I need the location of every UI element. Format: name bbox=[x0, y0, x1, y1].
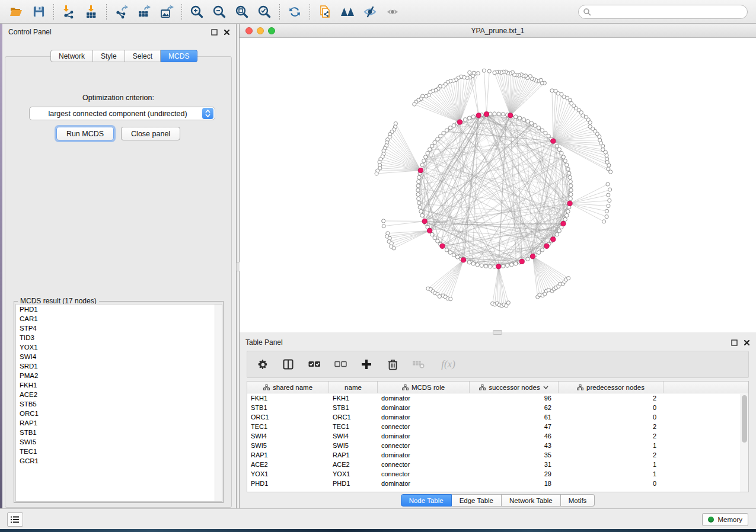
node-table[interactable]: shared namenameMCDS rolesuccessor nodesp… bbox=[247, 381, 749, 492]
memory-label: Memory bbox=[717, 516, 742, 523]
table-cell: 47 bbox=[470, 422, 559, 431]
table-row[interactable]: TEC1TEC1connector472 bbox=[247, 422, 748, 431]
mcds-result-item[interactable]: STP4 bbox=[16, 323, 222, 333]
select-all-button[interactable] bbox=[308, 358, 321, 371]
mcds-result-item[interactable]: STB1 bbox=[16, 428, 222, 437]
column-header-shared-name[interactable]: shared name bbox=[247, 382, 329, 393]
table-row[interactable]: FKH1FKH1dominator962 bbox=[247, 393, 748, 403]
tab-network-table[interactable]: Network Table bbox=[502, 494, 561, 507]
mcds-result-item[interactable]: SWI4 bbox=[16, 352, 222, 361]
tab-network[interactable]: Network bbox=[50, 50, 93, 62]
tab-select[interactable]: Select bbox=[125, 50, 161, 62]
mcds-result-item[interactable]: SWI5 bbox=[16, 437, 222, 447]
float-panel-icon[interactable] bbox=[211, 29, 218, 36]
run-mcds-button[interactable]: Run MCDS bbox=[56, 127, 114, 140]
tab-motifs[interactable]: Motifs bbox=[561, 494, 595, 507]
task-history-button[interactable] bbox=[7, 512, 23, 527]
tab-style[interactable]: Style bbox=[93, 50, 125, 62]
table-cell: 35 bbox=[470, 450, 559, 460]
mcds-result-list[interactable]: PHD1CAR1STP4TID3YOX1SWI4SRD1PMA2FKH1ACE2… bbox=[15, 304, 222, 502]
control-panel-body: NetworkStyleSelectMCDS Optimization crit… bbox=[5, 56, 232, 508]
mcds-result-item[interactable]: STB5 bbox=[16, 399, 222, 409]
import-table-button[interactable] bbox=[80, 2, 103, 22]
refresh-layout-button[interactable] bbox=[283, 2, 306, 22]
mcds-result-item[interactable]: PMA2 bbox=[16, 371, 222, 380]
table-cell: 31 bbox=[470, 460, 559, 469]
table-panel-titlebar: Table Panel bbox=[240, 335, 756, 350]
open-folder-icon bbox=[9, 5, 23, 18]
mcds-result-item[interactable]: ACE2 bbox=[16, 390, 222, 399]
tab-node-table[interactable]: Node Table bbox=[401, 494, 452, 507]
table-cell: 2 bbox=[559, 431, 664, 441]
plus-icon bbox=[361, 359, 372, 370]
tab-mcds[interactable]: MCDS bbox=[161, 50, 197, 62]
show-columns-button[interactable] bbox=[282, 358, 295, 371]
table-cell: connector bbox=[378, 460, 470, 469]
table-cell: 2 bbox=[559, 393, 664, 403]
close-panel-button[interactable]: Close panel bbox=[121, 127, 180, 140]
function-builder-button: f(x) bbox=[438, 358, 458, 371]
horizontal-splitter-grip[interactable] bbox=[493, 330, 502, 335]
column-header-MCDS-role[interactable]: MCDS role bbox=[378, 382, 470, 393]
table-scrollbar-thumb[interactable] bbox=[742, 395, 747, 443]
memory-button[interactable]: Memory bbox=[702, 513, 748, 526]
close-panel-icon[interactable] bbox=[224, 29, 230, 36]
mcds-result-item[interactable]: ORC1 bbox=[16, 409, 222, 418]
mcds-result-item[interactable]: YOX1 bbox=[16, 342, 222, 352]
table-row[interactable]: SWI5SWI5connector431 bbox=[247, 441, 748, 450]
hide-selected-button[interactable] bbox=[359, 2, 381, 22]
mcds-result-item[interactable]: GCR1 bbox=[16, 456, 222, 466]
first-neighbors-button[interactable] bbox=[336, 2, 359, 22]
table-row[interactable]: PHD1PHD1dominator180 bbox=[247, 479, 748, 488]
clone-network-button[interactable] bbox=[314, 2, 336, 22]
zoom-out-button[interactable] bbox=[208, 2, 231, 22]
delete-column-button[interactable] bbox=[386, 358, 399, 371]
open-session-button[interactable] bbox=[5, 2, 27, 22]
mcds-result-item[interactable]: TID3 bbox=[16, 333, 222, 342]
mcds-result-item[interactable]: RAP1 bbox=[16, 418, 222, 428]
tab-edge-table[interactable]: Edge Table bbox=[452, 494, 502, 507]
show-all-button[interactable] bbox=[381, 2, 404, 22]
table-row[interactable]: RAP1RAP1dominator352 bbox=[247, 450, 748, 460]
export-table-button[interactable] bbox=[133, 2, 155, 22]
column-header-predecessor-nodes[interactable]: predecessor nodes bbox=[559, 382, 664, 393]
close-panel-icon[interactable] bbox=[744, 339, 750, 346]
table-row[interactable]: ACE2ACE2connector311 bbox=[247, 460, 748, 469]
table-settings-button[interactable] bbox=[256, 358, 269, 371]
table-cell: 46 bbox=[470, 431, 559, 441]
column-header-name[interactable]: name bbox=[329, 382, 378, 393]
memory-status-icon bbox=[708, 517, 714, 523]
float-panel-icon[interactable] bbox=[731, 339, 738, 346]
import-network-button[interactable] bbox=[58, 2, 80, 22]
clone-network-icon bbox=[318, 5, 332, 19]
column-type-icon bbox=[263, 384, 270, 390]
deselect-all-button[interactable] bbox=[334, 358, 347, 371]
table-row[interactable]: YOX1YOX1connector291 bbox=[247, 469, 748, 479]
mcds-result-item[interactable]: TEC1 bbox=[16, 447, 222, 456]
zoom-selected-button[interactable] bbox=[253, 2, 276, 22]
zoom-in-button[interactable] bbox=[186, 2, 208, 22]
table-row[interactable]: ORC1ORC1dominator610 bbox=[247, 412, 748, 422]
columns-icon bbox=[283, 359, 294, 370]
table-row[interactable]: SWI4SWI4dominator462 bbox=[247, 431, 748, 441]
zoom-fit-button[interactable] bbox=[231, 2, 253, 22]
mcds-result-item[interactable]: SRD1 bbox=[16, 361, 222, 371]
toolbar-separator bbox=[279, 4, 280, 20]
mcds-list-scrollbar[interactable] bbox=[215, 305, 222, 501]
search-input[interactable] bbox=[578, 5, 748, 19]
column-header-successor-nodes[interactable]: successor nodes bbox=[470, 382, 559, 393]
network-canvas[interactable] bbox=[240, 38, 756, 332]
add-column-button[interactable] bbox=[360, 358, 373, 371]
export-image-button[interactable] bbox=[155, 2, 178, 22]
table-scrollbar[interactable] bbox=[741, 394, 748, 492]
mcds-result-item[interactable]: PHD1 bbox=[16, 305, 222, 314]
export-network-button[interactable] bbox=[110, 2, 133, 22]
network-graph[interactable] bbox=[240, 38, 756, 332]
mcds-result-item[interactable]: FKH1 bbox=[16, 380, 222, 390]
mcds-result-item[interactable]: CAR1 bbox=[16, 314, 222, 323]
table-row[interactable]: STB1STB1dominator620 bbox=[247, 403, 748, 412]
criterion-select[interactable]: largest connected component (undirected) bbox=[29, 107, 215, 120]
save-session-button[interactable] bbox=[27, 2, 50, 22]
column-type-icon bbox=[577, 384, 583, 390]
eye-slash-icon bbox=[363, 5, 377, 19]
